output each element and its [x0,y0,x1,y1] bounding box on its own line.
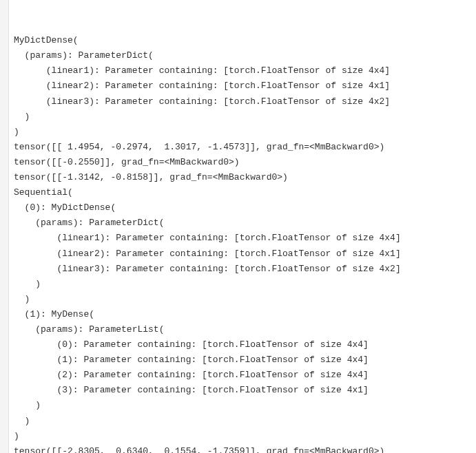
output-line: (linear3): Parameter containing: [torch.… [14,262,476,277]
output-line: (linear3): Parameter containing: [torch.… [14,94,476,109]
output-line: ) [14,109,476,125]
output-line: (linear1): Parameter containing: [torch.… [14,63,476,78]
console-output: MyDictDense( (params): ParameterDict( (l… [0,0,476,453]
output-line: (params): ParameterDict( [14,48,476,63]
output-line: ) [14,292,476,307]
output-line: (0): MyDictDense( [14,200,476,215]
output-lines: MyDictDense( (params): ParameterDict( (l… [14,33,476,453]
output-line: (linear2): Parameter containing: [torch.… [14,78,476,94]
output-line: Sequential( [14,185,476,200]
output-line: tensor([[-1.3142, -0.8158]], grad_fn=<Mm… [14,170,476,185]
output-line: ) [14,414,476,429]
output-line: tensor([[-0.2550]], grad_fn=<MmBackward0… [14,155,476,170]
output-line: tensor([[-2.8305, 0.6340, 0.1554, -1.735… [14,444,476,453]
output-line: ) [14,277,476,292]
output-line: tensor([[ 1.4954, -0.2974, 1.3017, -1.45… [14,140,476,155]
output-line: MyDictDense( [14,33,476,48]
output-line: (0): Parameter containing: [torch.FloatT… [14,337,476,352]
output-line: (2): Parameter containing: [torch.FloatT… [14,368,476,383]
output-line: (3): Parameter containing: [torch.FloatT… [14,383,476,398]
output-line: (params): ParameterDict( [14,215,476,231]
output-line: ) [14,429,476,444]
output-line: (1): Parameter containing: [torch.FloatT… [14,352,476,368]
output-line: ) [14,125,476,140]
output-line: (linear2): Parameter containing: [torch.… [14,246,476,262]
output-line: (linear1): Parameter containing: [torch.… [14,231,476,246]
output-line: (params): ParameterList( [14,322,476,337]
output-line: ) [14,398,476,413]
output-line: (1): MyDense( [14,307,476,322]
